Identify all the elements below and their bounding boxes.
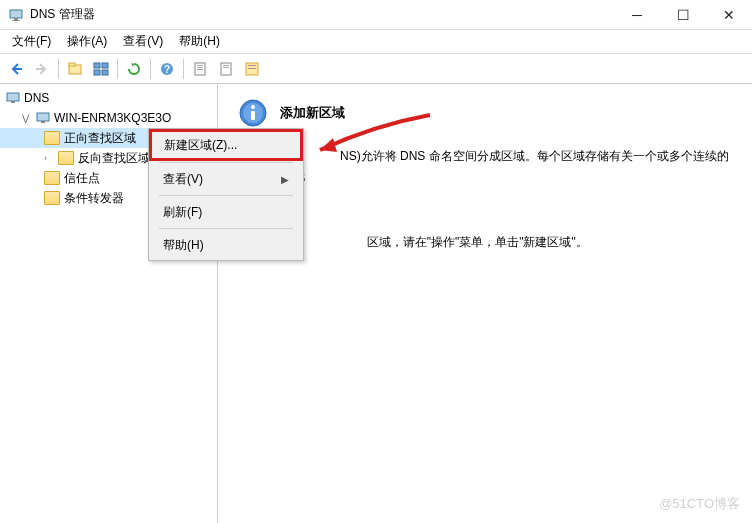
dns-icon bbox=[6, 91, 20, 105]
svg-rect-13 bbox=[197, 67, 203, 68]
ctx-help[interactable]: 帮助(H) bbox=[151, 232, 301, 258]
window-title: DNS 管理器 bbox=[30, 6, 95, 23]
main-area: DNS ⋁ WIN-ENRM3KQ3E3O 正向查找区域 › 反向查找区域 信任… bbox=[0, 84, 752, 523]
ctx-new-zone[interactable]: 新建区域(Z)... bbox=[149, 129, 303, 161]
ctx-separator bbox=[159, 228, 293, 229]
menu-bar: 文件(F) 操作(A) 查看(V) 帮助(H) bbox=[0, 30, 752, 54]
svg-point-27 bbox=[251, 105, 255, 109]
server-icon bbox=[36, 111, 50, 125]
menu-view[interactable]: 查看(V) bbox=[115, 31, 171, 52]
window-controls: ─ ☐ ✕ bbox=[614, 0, 752, 30]
tree-label: WIN-ENRM3KQ3E3O bbox=[54, 111, 171, 125]
folder-icon bbox=[58, 151, 74, 165]
toolbar-btn-1[interactable] bbox=[63, 57, 87, 81]
svg-rect-0 bbox=[10, 10, 22, 18]
folder-icon bbox=[44, 131, 60, 145]
svg-rect-20 bbox=[248, 68, 256, 69]
toolbar-separator bbox=[150, 59, 151, 79]
tree-server[interactable]: ⋁ WIN-ENRM3KQ3E3O bbox=[0, 108, 217, 128]
svg-rect-7 bbox=[94, 70, 100, 75]
ctx-view[interactable]: 查看(V) ▶ bbox=[151, 166, 301, 192]
svg-rect-22 bbox=[11, 101, 15, 103]
ctx-label: 刷新(F) bbox=[163, 204, 202, 221]
tree-label: DNS bbox=[24, 91, 49, 105]
back-button[interactable] bbox=[4, 57, 28, 81]
svg-rect-12 bbox=[197, 65, 203, 66]
toolbar-separator bbox=[117, 59, 118, 79]
toolbar-btn-5[interactable] bbox=[188, 57, 212, 81]
info-icon bbox=[238, 98, 268, 128]
expand-icon[interactable]: › bbox=[44, 153, 54, 163]
refresh-button[interactable] bbox=[122, 57, 146, 81]
maximize-button[interactable]: ☐ bbox=[660, 0, 706, 30]
svg-rect-19 bbox=[248, 65, 256, 66]
ctx-refresh[interactable]: 刷新(F) bbox=[151, 199, 301, 225]
tree-root-dns[interactable]: DNS bbox=[0, 88, 217, 108]
folder-icon bbox=[44, 191, 60, 205]
ctx-label: 新建区域(Z)... bbox=[164, 137, 237, 154]
toolbar-btn-7[interactable] bbox=[240, 57, 264, 81]
toolbar: ? bbox=[0, 54, 752, 84]
menu-action[interactable]: 操作(A) bbox=[59, 31, 115, 52]
help-button[interactable]: ? bbox=[155, 57, 179, 81]
svg-rect-1 bbox=[14, 18, 18, 20]
collapse-icon[interactable]: ⋁ bbox=[22, 113, 32, 123]
content-heading: 添加新区域 bbox=[280, 104, 345, 122]
svg-text:?: ? bbox=[164, 64, 170, 75]
svg-rect-28 bbox=[251, 111, 255, 120]
svg-rect-8 bbox=[102, 70, 108, 75]
svg-rect-2 bbox=[12, 20, 20, 21]
tree-label: 正向查找区域 bbox=[64, 130, 136, 147]
svg-rect-14 bbox=[197, 69, 203, 70]
toolbar-separator bbox=[183, 59, 184, 79]
svg-rect-15 bbox=[221, 63, 231, 75]
context-menu: 新建区域(Z)... 查看(V) ▶ 刷新(F) 帮助(H) bbox=[148, 128, 304, 261]
svg-rect-5 bbox=[94, 63, 100, 68]
close-button[interactable]: ✕ bbox=[706, 0, 752, 30]
toolbar-btn-6[interactable] bbox=[214, 57, 238, 81]
title-bar: DNS 管理器 ─ ☐ ✕ bbox=[0, 0, 752, 30]
titlebar-left: DNS 管理器 bbox=[8, 6, 95, 23]
svg-rect-23 bbox=[37, 113, 49, 121]
submenu-arrow-icon: ▶ bbox=[281, 174, 289, 185]
dns-app-icon bbox=[8, 7, 24, 23]
svg-rect-24 bbox=[41, 121, 45, 123]
svg-rect-16 bbox=[223, 65, 229, 66]
menu-file[interactable]: 文件(F) bbox=[4, 31, 59, 52]
svg-rect-17 bbox=[223, 67, 229, 68]
menu-help[interactable]: 帮助(H) bbox=[171, 31, 228, 52]
content-header: 添加新区域 bbox=[238, 98, 732, 128]
tree-label: 信任点 bbox=[64, 170, 100, 187]
content-body: NS)允许将 DNS 命名空间分成区域。每个区域存储有关一个或多个连续的 DNS… bbox=[238, 146, 732, 254]
ctx-label: 帮助(H) bbox=[163, 237, 204, 254]
tree-label: 条件转发器 bbox=[64, 190, 124, 207]
toolbar-btn-2[interactable] bbox=[89, 57, 113, 81]
toolbar-separator bbox=[58, 59, 59, 79]
tree-label: 反向查找区域 bbox=[78, 150, 150, 167]
svg-rect-21 bbox=[7, 93, 19, 101]
folder-icon bbox=[44, 171, 60, 185]
svg-rect-6 bbox=[102, 63, 108, 68]
svg-rect-4 bbox=[69, 63, 75, 66]
minimize-button[interactable]: ─ bbox=[614, 0, 660, 30]
ctx-label: 查看(V) bbox=[163, 171, 203, 188]
ctx-separator bbox=[159, 195, 293, 196]
ctx-separator bbox=[159, 162, 293, 163]
watermark: @51CTO博客 bbox=[659, 495, 740, 513]
forward-button[interactable] bbox=[30, 57, 54, 81]
